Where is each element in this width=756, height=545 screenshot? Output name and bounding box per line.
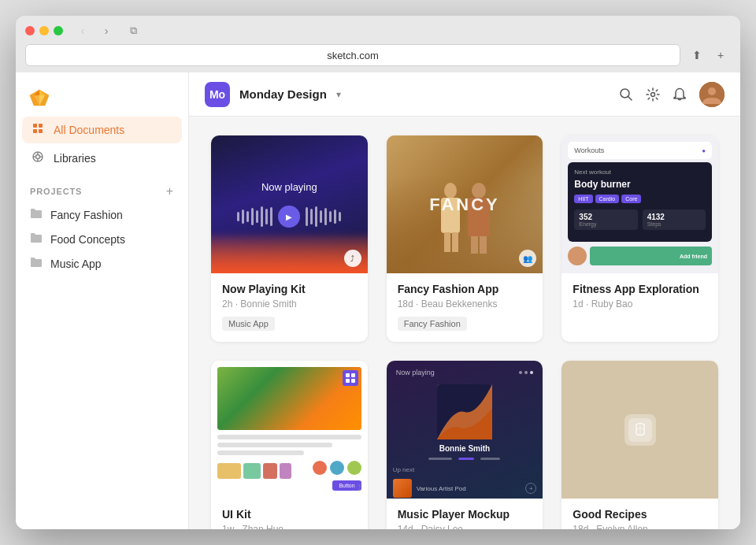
user-avatar[interactable] (699, 82, 724, 107)
document-thumbnail: Now playing (387, 361, 543, 499)
document-card-good-recipes[interactable]: Good Recipes 18d · Evelyn Allen Food Con… (561, 361, 718, 529)
top-bar: Mo Monday Design ▾ (189, 72, 740, 117)
document-info: UI Kit 1w · Zhan Huo (211, 499, 368, 529)
project-name-fancy-fashion: Fancy Fashion (50, 209, 123, 221)
nav-buttons: ‹ › (72, 24, 117, 38)
sidebar-item-food-concepts[interactable]: Food Concepts (22, 228, 182, 250)
document-title: Music Player Mockup (398, 508, 532, 521)
folder-icon (30, 257, 43, 270)
all-documents-label: All Documents (54, 124, 124, 136)
projects-list: Fancy Fashion Food Concepts (16, 203, 188, 276)
browser-window: ‹ › ⧉ sketch.com ⬆ + (16, 16, 740, 529)
document-title: UI Kit (222, 508, 357, 521)
browser-titlebar: ‹ › ⧉ (25, 24, 731, 38)
back-button[interactable]: ‹ (72, 24, 93, 38)
libraries-icon (30, 150, 46, 166)
folder-icon (30, 232, 43, 246)
svg-rect-23 (444, 232, 450, 252)
browser-chrome: ‹ › ⧉ sketch.com ⬆ + (16, 16, 740, 72)
sidebar-item-all-documents[interactable]: All Documents (22, 117, 182, 143)
notifications-button[interactable] (673, 87, 687, 102)
forward-button[interactable]: › (96, 24, 117, 38)
document-title: Fancy Fashion App (398, 283, 532, 295)
url-text: sketch.com (327, 50, 379, 61)
project-name-food-concepts: Food Concepts (50, 233, 125, 246)
top-bar-actions (619, 82, 724, 107)
folder-icon (30, 208, 43, 221)
mp-track-info: Bonnie Smith (387, 444, 543, 460)
document-meta: 18d · Evelyn Allen (573, 524, 707, 529)
svg-rect-8 (33, 129, 37, 133)
svg-point-11 (36, 155, 40, 159)
projects-section-label: PROJECTS + (16, 173, 188, 203)
user-avatar-small (568, 247, 587, 265)
svg-point-18 (651, 92, 655, 96)
play-button-icon: ▶ (278, 206, 300, 228)
svg-rect-28 (480, 236, 487, 254)
mp-up-next: Up next Various Artist Pod + (387, 466, 543, 499)
document-info: Music Player Mockup 14d · Daisy Lee Musi… (387, 499, 543, 529)
sidebar-item-music-app[interactable]: Music App (22, 252, 182, 275)
fancy-text: FANCY (429, 195, 500, 215)
address-bar[interactable]: sketch.com (25, 44, 680, 66)
svg-line-17 (628, 96, 632, 100)
document-info: Now Playing Kit 2h · Bonnie Smith Music … (211, 273, 368, 342)
document-thumbnail: FANCY 👥 (387, 135, 543, 273)
maximize-button[interactable] (54, 26, 63, 35)
document-meta: 1w · Zhan Huo (222, 524, 357, 529)
document-card-music-player[interactable]: Now playing (387, 361, 543, 529)
minimize-button[interactable] (39, 26, 49, 35)
libraries-label: Libraries (54, 152, 96, 165)
document-thumbnail: Now playing ▶ (211, 135, 368, 273)
document-title: Now Playing Kit (222, 283, 357, 295)
document-meta: 14d · Daisy Lee (398, 524, 532, 529)
document-card-uikit[interactable]: Button ⤴ UI Kit 1w · Zhan Huo (211, 361, 368, 529)
close-button[interactable] (25, 26, 35, 35)
workspace-chevron-icon[interactable]: ▾ (336, 89, 341, 100)
share-icon: ⤴ (358, 484, 361, 492)
sidebar: All Documents Libraries (16, 72, 189, 529)
waveform: ▶ (237, 206, 341, 228)
fitness-card: Next workout Body burner HIIT Cardio Cor… (568, 162, 712, 242)
browser-action-buttons: ⬆ + (687, 45, 731, 65)
document-meta: 1d · Ruby Bao (573, 298, 707, 310)
share-icon: ⤴ (344, 250, 361, 267)
document-card-now-playing[interactable]: Now playing ▶ (211, 135, 368, 342)
svg-rect-6 (33, 124, 37, 128)
uikit-avatars (313, 461, 361, 475)
uikit-lines (217, 435, 361, 455)
document-tag: Fancy Fashion (398, 317, 467, 331)
settings-button[interactable] (646, 87, 660, 102)
new-tab-button[interactable]: + (710, 45, 731, 65)
mp-now-playing-label: Now playing (396, 369, 435, 376)
svg-rect-9 (39, 129, 43, 133)
fitness-header-text: Workouts (574, 146, 604, 154)
svg-rect-27 (471, 236, 478, 254)
address-bar-row: sketch.com ⬆ + (25, 44, 731, 72)
svg-rect-7 (39, 124, 43, 128)
workspace-name: Monday Design (239, 87, 327, 101)
tab-view-button[interactable]: ⧉ (123, 24, 143, 38)
mp-album-art (437, 384, 492, 439)
mp-header: Now playing (387, 361, 543, 384)
document-info: Fitness App Exploration 1d · Ruby Bao (561, 273, 718, 327)
document-card-fancy-fashion[interactable]: FANCY 👥 Fancy Fashion App 18d · Beau Bek… (387, 135, 543, 342)
sidebar-item-libraries[interactable]: Libraries (22, 145, 182, 172)
document-thumbnail (561, 361, 718, 499)
document-tag: Music App (222, 317, 275, 331)
all-documents-icon (30, 122, 46, 138)
share-browser-button[interactable]: ⬆ (687, 45, 707, 65)
project-name-music-app: Music App (50, 258, 102, 270)
fashion-people-illustration (417, 179, 512, 258)
document-info: Fancy Fashion App 18d · Beau Bekkenenks … (387, 273, 543, 342)
add-project-button[interactable]: + (166, 184, 174, 198)
document-card-fitness[interactable]: Workouts ● Next workout Body burner HIIT… (561, 135, 718, 342)
document-info: Good Recipes 18d · Evelyn Allen Food Con… (561, 499, 718, 529)
sidebar-item-fancy-fashion[interactable]: Fancy Fashion (22, 203, 182, 226)
content-area: Now playing ▶ (189, 117, 740, 529)
document-thumbnail: Button ⤴ (211, 361, 368, 499)
thumb-now-playing-title: Now playing (261, 181, 317, 193)
workspace-logo: Mo (205, 82, 230, 107)
search-button[interactable] (619, 87, 633, 102)
sidebar-nav: All Documents Libraries (16, 117, 188, 173)
